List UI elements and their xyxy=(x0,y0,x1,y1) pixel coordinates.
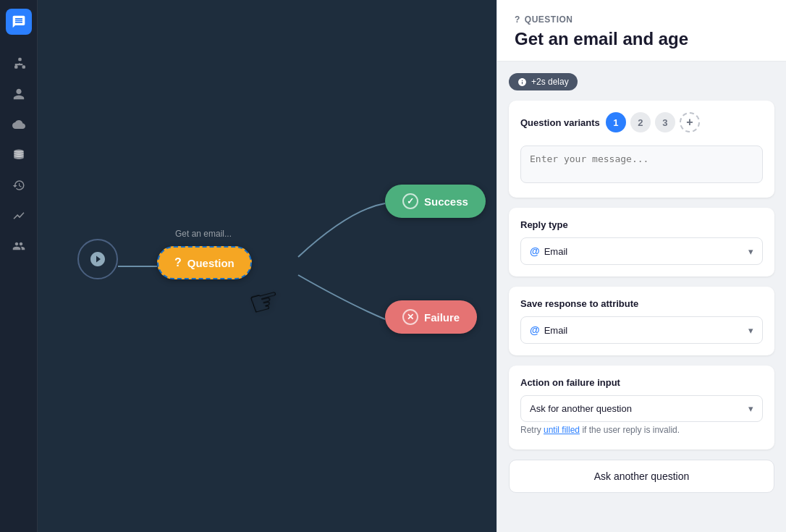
canvas-area: Get an email... ? Question ✓ Success ✕ F… xyxy=(38,0,496,532)
sidebar xyxy=(0,0,38,532)
question-node-text: Question xyxy=(187,257,234,269)
success-icon: ✓ xyxy=(402,193,418,209)
question-node[interactable]: ? Question xyxy=(157,246,252,279)
users-icon[interactable] xyxy=(6,81,32,107)
variants-row: 1 2 3 + xyxy=(606,112,700,132)
panel-header: ? QUESTION Get an email and age xyxy=(497,0,786,62)
save-response-value: Email xyxy=(544,325,568,336)
reply-type-value: Email xyxy=(544,246,568,257)
analytics-icon[interactable] xyxy=(6,203,32,229)
save-response-select[interactable]: @ Email xyxy=(520,316,763,344)
panel-title: Get an email and age xyxy=(515,29,769,49)
action-failure-card: Action on failure input Ask for another … xyxy=(509,366,774,449)
question-node-label: Get an email... xyxy=(175,229,232,239)
database-icon[interactable] xyxy=(6,142,32,168)
ask-another-question-button[interactable]: Ask another question xyxy=(509,460,774,493)
reply-type-card: Reply type @ Email xyxy=(509,208,774,276)
save-response-at-icon: @ xyxy=(530,324,540,336)
variant-1-btn[interactable]: 1 xyxy=(606,112,626,132)
flow-container: Get an email... ? Question ✓ Success ✕ F… xyxy=(38,0,496,532)
team-icon[interactable] xyxy=(6,233,32,259)
variant-3-btn[interactable]: 3 xyxy=(655,112,675,132)
cursor-hand: ☞ xyxy=(244,277,284,324)
failure-node-text: Failure xyxy=(424,311,460,324)
history-icon[interactable] xyxy=(6,172,32,198)
variant-2-btn[interactable]: 2 xyxy=(630,112,651,132)
logo[interactable] xyxy=(6,9,32,35)
success-node-text: Success xyxy=(424,195,468,208)
question-icon: ? xyxy=(174,256,182,269)
reply-type-label: Reply type xyxy=(520,219,763,230)
reply-type-select[interactable]: @ Email xyxy=(520,237,763,265)
save-response-card: Save response to attribute @ Email xyxy=(509,287,774,355)
action-failure-select[interactable]: Ask for another question xyxy=(520,395,763,422)
action-failure-label: Action on failure input xyxy=(520,377,763,388)
clock-small-icon xyxy=(517,77,527,87)
failure-node[interactable]: ✕ Failure xyxy=(385,300,477,334)
start-node[interactable] xyxy=(77,239,118,279)
retry-text: Retry until filled if the user reply is … xyxy=(520,422,763,438)
right-panel: ? QUESTION Get an email and age +2s dela… xyxy=(496,0,786,532)
question-variants-label: Question variants 1 2 3 + xyxy=(520,112,763,132)
reply-type-at-icon: @ xyxy=(530,245,540,257)
cloud-icon[interactable] xyxy=(6,111,32,138)
question-type-icon: ? xyxy=(515,14,520,25)
panel-type-label: ? QUESTION xyxy=(515,14,769,25)
org-chart-icon[interactable] xyxy=(6,51,32,77)
add-variant-btn[interactable]: + xyxy=(680,112,700,132)
delay-badge[interactable]: +2s delay xyxy=(509,73,578,90)
failure-icon: ✕ xyxy=(402,309,418,325)
action-failure-value: Ask for another question xyxy=(530,403,632,414)
success-node[interactable]: ✓ Success xyxy=(385,185,486,218)
message-input[interactable] xyxy=(520,145,763,183)
question-variants-card: Question variants 1 2 3 + xyxy=(509,101,774,198)
panel-body: +2s delay Question variants 1 2 3 + Repl… xyxy=(497,62,786,504)
retry-link[interactable]: until filled xyxy=(544,425,580,435)
save-response-label: Save response to attribute xyxy=(520,298,763,309)
